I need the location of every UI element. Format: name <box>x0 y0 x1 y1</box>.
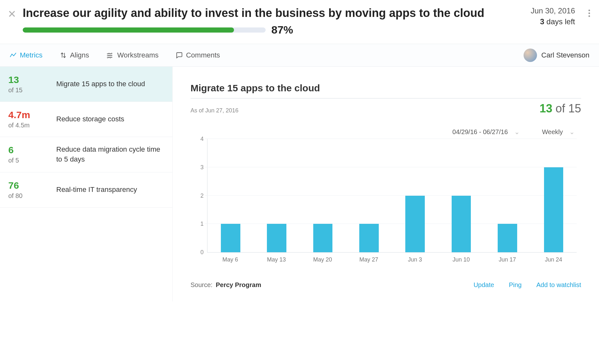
more-menu-icon[interactable] <box>588 10 590 17</box>
as-of-date: As of Jun 27, 2016 <box>191 107 238 114</box>
metric-detail-panel: Migrate 15 apps to the cloud As of Jun 2… <box>173 67 599 301</box>
comments-icon <box>176 52 183 59</box>
header: ✕ Increase our agility and ability to in… <box>0 0 599 44</box>
x-tick-label: Jun 3 <box>392 253 438 267</box>
aligns-icon <box>60 52 67 59</box>
metric-item[interactable]: 76of 80Real-time IT transparency <box>0 172 172 208</box>
metrics-icon <box>10 52 17 59</box>
x-tick-label: Jun 10 <box>438 253 485 267</box>
chart-bar <box>544 167 564 252</box>
metric-value: 6 <box>8 145 45 155</box>
ping-link[interactable]: Ping <box>509 281 522 289</box>
tab-aligns[interactable]: Aligns <box>60 51 89 59</box>
progress-percent: 87% <box>271 24 293 36</box>
chart-bar <box>267 224 286 252</box>
tab-metrics[interactable]: Metrics <box>10 51 43 59</box>
metrics-list: 13of 15Migrate 15 apps to the cloud4.7mo… <box>0 67 173 301</box>
y-tick-label: 3 <box>195 164 204 171</box>
metric-target: of 4.5m <box>8 122 45 129</box>
date-range-selector[interactable]: 04/29/16 - 06/27/16 ⌄ <box>452 128 519 136</box>
metric-current-of-target: 13 of 15 <box>540 102 581 115</box>
metric-label: Reduce data migration cycle time to 5 da… <box>56 145 165 164</box>
metric-item[interactable]: 13of 15Migrate 15 apps to the cloud <box>0 67 172 102</box>
granularity-label: Weekly <box>542 128 563 136</box>
owner-avatar[interactable] <box>524 49 537 62</box>
y-tick-label: 1 <box>195 221 204 227</box>
tab-metrics-label: Metrics <box>20 51 43 59</box>
tab-comments-label: Comments <box>186 51 220 59</box>
tab-aligns-label: Aligns <box>70 51 89 59</box>
granularity-selector[interactable]: Weekly ⌄ <box>542 128 575 136</box>
chart-bar <box>452 196 471 253</box>
x-tick-label: May 27 <box>346 253 392 267</box>
chevron-down-icon: ⌄ <box>569 128 575 136</box>
metric-item[interactable]: 6of 5Reduce data migration cycle time to… <box>0 137 172 172</box>
goal-title: Increase our agility and ability to inve… <box>23 6 524 20</box>
tab-workstreams-label: Workstreams <box>117 51 159 59</box>
date-range-label: 04/29/16 - 06/27/16 <box>452 128 508 136</box>
chart-bar <box>498 224 517 252</box>
y-tick-label: 4 <box>195 136 204 142</box>
metric-label: Reduce storage costs <box>56 114 165 124</box>
add-watchlist-link[interactable]: Add to watchlist <box>536 281 581 289</box>
days-left: 3 days left <box>531 17 575 26</box>
chart-bar <box>405 196 425 253</box>
x-tick-label: May 20 <box>300 253 346 267</box>
x-tick-label: May 13 <box>253 253 300 267</box>
tab-comments[interactable]: Comments <box>176 51 220 59</box>
tab-bar: Metrics Aligns Workstreams Comments Carl… <box>0 44 599 67</box>
close-icon[interactable]: ✕ <box>8 9 16 19</box>
x-tick-label: Jun 24 <box>531 253 577 267</box>
y-tick-label: 2 <box>195 192 204 199</box>
workstreams-icon <box>106 52 114 59</box>
metric-label: Real-time IT transparency <box>56 185 165 195</box>
metric-target: of 15 <box>8 87 45 94</box>
metric-target: of 5 <box>8 157 45 164</box>
source-name: Percy Program <box>216 281 261 289</box>
metric-value: 13 <box>8 74 45 85</box>
owner-name[interactable]: Carl Stevenson <box>541 51 589 59</box>
metric-item[interactable]: 4.7mof 4.5mReduce storage costs <box>0 102 172 137</box>
update-link[interactable]: Update <box>473 281 494 289</box>
x-tick-label: May 6 <box>207 253 253 267</box>
y-tick-label: 0 <box>195 249 204 256</box>
chart-bar <box>359 224 379 252</box>
chart-bar <box>313 224 333 252</box>
progress-bar <box>23 27 266 33</box>
source-label: Source: <box>191 281 213 289</box>
metric-value: 4.7m <box>8 110 45 120</box>
metric-target: of 80 <box>8 192 45 200</box>
metric-value: 76 <box>8 180 45 191</box>
chart-bar <box>221 224 240 252</box>
chevron-down-icon: ⌄ <box>514 128 520 136</box>
tab-workstreams[interactable]: Workstreams <box>106 51 159 59</box>
x-tick-label: Jun 17 <box>484 253 531 267</box>
metric-label: Migrate 15 apps to the cloud <box>56 79 165 89</box>
panel-title: Migrate 15 apps to the cloud <box>191 83 581 99</box>
bar-chart: 01234 May 6May 13May 20May 27Jun 3Jun 10… <box>191 139 581 267</box>
due-date: Jun 30, 2016 <box>531 6 575 15</box>
